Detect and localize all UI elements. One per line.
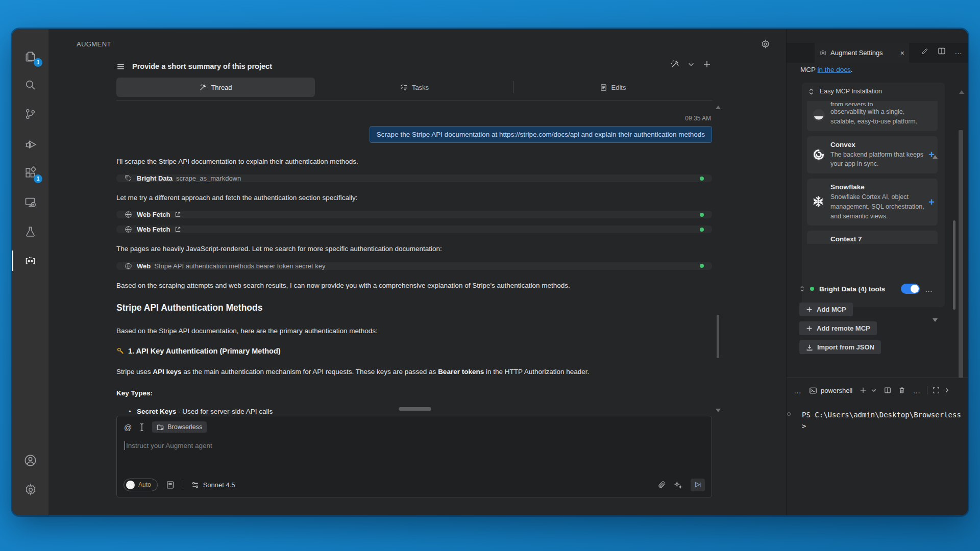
augment-agent-icon[interactable] [12,249,48,272]
terminal-tab-powershell[interactable]: powershell [809,387,852,394]
mcp-card-context-7[interactable]: Context 7 [807,231,938,244]
command-decoration-icon [787,412,791,416]
server-status-dot [810,287,814,291]
docs-link[interactable]: in the docs [818,66,851,73]
thread-title: Provide a short summary of this project [132,62,272,70]
logo-generic-icon [812,108,826,122]
pen-icon[interactable] [921,47,929,56]
panel-title: AUGMENT [77,40,111,48]
list-scroll-down-arrow[interactable] [933,318,938,322]
terminal-more-left-icon[interactable]: … [794,386,802,395]
terminal-prompt-text: PS C:\Users\admin\Desktop\Browserless> [794,410,962,432]
account-icon[interactable] [12,448,48,472]
kill-terminal-trash-icon[interactable] [898,387,905,394]
card-title: Convex [830,141,924,148]
vscode-window: 1 1 AUGMENT [12,29,968,515]
more-actions-icon[interactable]: … [954,47,963,56]
scroll-down-arrow[interactable] [716,409,721,412]
add-server-plus-icon[interactable]: + [928,196,935,208]
enhance-sparkles-icon[interactable] [674,481,682,489]
tool-status-dot [700,213,704,217]
split-editor-icon[interactable] [938,47,946,56]
panel-chevron-right-icon[interactable] [944,387,950,393]
augment-settings-gear-icon[interactable] [761,39,770,49]
tab-tasks[interactable]: Tasks [315,78,513,97]
section-title: Easy MCP Installation [820,88,882,95]
tool-call-card[interactable]: Web Fetch [116,226,712,233]
server-label: Bright Data (4) tools [819,285,896,293]
tab-thread[interactable]: Thread [116,78,315,97]
agent-input-field[interactable]: Instruct your Augment agent [125,441,212,450]
extensions-badge: 1 [34,174,42,183]
extensions-icon[interactable]: 1 [12,161,48,184]
tool-detail: scrape_as_markdown [176,174,241,182]
drag-handle-icon[interactable] [799,285,805,292]
server-more-icon[interactable]: … [925,285,933,293]
scroll-up-arrow[interactable] [716,106,721,109]
assistant-paragraph: I'll scrape the Stripe API documentation… [116,157,712,166]
search-icon[interactable] [12,73,48,96]
run-debug-icon[interactable] [12,132,48,155]
auto-toggle-knob [126,481,135,489]
external-link-icon [175,226,181,233]
mcp-server-row[interactable]: Bright Data (4) tools … [799,280,947,297]
mcp-card[interactable]: from servers toobservability with a sing… [807,101,938,131]
mcp-card-convex[interactable]: ConvexThe backend platform that keeps yo… [807,136,938,174]
chevron-down-icon[interactable] [688,61,695,68]
mention-icon[interactable]: @ [124,423,132,432]
tool-name: Web [137,262,151,270]
chat-scrollbar[interactable] [717,315,719,358]
new-thread-plus-icon[interactable] [703,60,711,68]
tool-name: Bright Data [137,174,173,182]
model-selector[interactable]: Sonnet 4.5 [191,481,235,489]
source-control-icon[interactable] [12,102,48,126]
panel-scroll-up-arrow[interactable] [959,90,964,94]
auto-mode-toggle[interactable]: Auto [124,479,158,491]
external-link-icon [175,211,181,218]
import-from-json-button[interactable]: Import from JSON [799,340,881,354]
thread-tabs: Thread Tasks Edits [116,78,712,97]
server-toggle[interactable] [901,284,920,294]
card-description: The backend platform that keeps your app… [830,150,924,169]
tab-augment-settings[interactable]: Augment Settings × [815,43,909,63]
menu-hamburger-icon[interactable] [116,62,125,71]
globe-icon [125,226,132,233]
remote-explorer-icon[interactable] [12,190,48,214]
attachment-paperclip-icon[interactable] [657,481,666,489]
add-mcp-button[interactable]: Add MCP [799,303,853,316]
user-message-bubble: Scrape the Stripe API documentation at h… [370,126,712,143]
new-terminal-plus-icon[interactable] [860,387,867,394]
settings-gear-icon[interactable] [12,478,48,502]
mcp-card-snowflake[interactable]: SnowflakeSnowflake Cortex AI, object man… [807,179,938,226]
magic-wand-icon[interactable] [670,60,679,69]
guidelines-icon[interactable] [166,481,175,489]
send-button[interactable] [691,479,705,491]
resize-handle[interactable] [399,407,431,411]
tool-call-card[interactable]: Bright Datascrape_as_markdown [116,174,712,182]
tool-call-card[interactable]: WebStripe API authentication methods bea… [116,262,712,270]
list-scrollbar[interactable] [953,220,955,310]
terminal-more-icon[interactable]: … [913,386,921,395]
terminal-chevron-down-icon[interactable] [871,387,877,393]
chat-message-area: 09:35 AMScrape the Stripe API documentat… [116,104,712,415]
globe-icon [125,211,132,218]
agent-input-box[interactable]: @ Browserless Instruct your Augment agen… [116,416,712,497]
context-chip-browserless[interactable]: Browserless [152,421,207,433]
tool-call-card[interactable]: Web Fetch [116,211,712,218]
maximize-panel-icon[interactable] [933,387,940,394]
explorer-icon[interactable]: 1 [12,44,48,68]
split-terminal-icon[interactable] [884,387,891,394]
tab-edits[interactable]: Edits [513,78,712,97]
explorer-badge: 1 [34,58,42,67]
thread-header: Provide a short summary of this project [116,59,712,74]
list-scroll-up-arrow[interactable] [933,155,938,159]
text-cursor-icon[interactable] [139,423,145,432]
tool-status-dot [700,264,704,268]
close-tab-icon[interactable]: × [900,49,904,57]
add-remote-mcp-button[interactable]: Add remote MCP [799,321,877,335]
assistant-paragraph: Key Types: [116,389,712,398]
terminal-output[interactable]: PS C:\Users\admin\Desktop\Browserless> [794,410,962,432]
panel-scrollbar[interactable] [959,130,963,380]
fold-icon[interactable] [808,88,815,95]
testing-icon[interactable] [12,219,48,243]
